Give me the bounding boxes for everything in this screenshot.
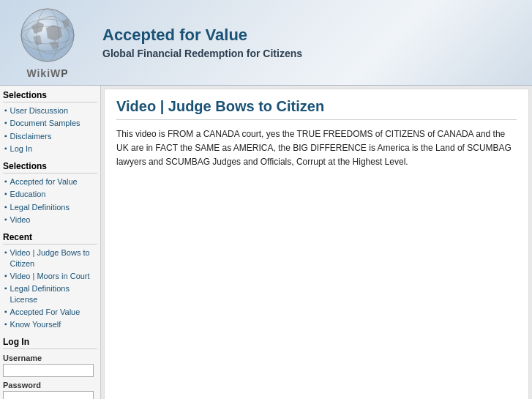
- recent-moors-link[interactable]: Video | Moors in Court: [10, 271, 90, 281]
- recent-legal-license-link[interactable]: Legal Definitions License: [10, 283, 97, 305]
- sidebar-video-link[interactable]: Video: [10, 215, 31, 225]
- wiki-logo-text: WikiW: [26, 67, 61, 79]
- globe-icon: [18, 6, 77, 64]
- recent-know-yourself-link[interactable]: Know Yourself: [10, 319, 61, 329]
- logo-container: WikiWP: [7, 6, 88, 79]
- list-item: Accepted For Value: [4, 307, 97, 317]
- password-input[interactable]: [3, 391, 94, 399]
- page-layout: Selections User Discussion Document Samp…: [0, 86, 532, 399]
- list-item: Video: [4, 215, 97, 225]
- recent-accepted-link[interactable]: Accepted For Value: [10, 307, 80, 317]
- sidebar-disclaimers-link[interactable]: Disclaimers: [10, 131, 52, 141]
- site-header: WikiWP Accepted for Value Global Financi…: [0, 0, 532, 86]
- sidebar-user-discussion-link[interactable]: User Discussion: [10, 105, 68, 116]
- password-label: Password: [3, 381, 97, 389]
- list-item: Legal Definitions License: [4, 283, 97, 305]
- login-section-title: Log In: [3, 337, 97, 349]
- list-item: Video | Judge Bows to Citizen: [4, 247, 97, 269]
- list-item: User Discussion: [4, 105, 97, 116]
- login-section: Log In Username Password Remember Me: [3, 337, 97, 399]
- wiki-logo-suffix: P: [61, 67, 68, 79]
- page-title: Video | Judge Bows to Citizen: [116, 98, 517, 120]
- recent-judge-bows-link[interactable]: Video | Judge Bows to Citizen: [10, 247, 97, 269]
- wiki-wordmark: WikiWP: [26, 67, 68, 79]
- sidebar-document-samples-link[interactable]: Document Samples: [10, 118, 80, 128]
- sidebar-accepted-link[interactable]: Accepted for Value: [10, 176, 78, 187]
- sidebar-section-2-list: Accepted for Value Education Legal Defin…: [3, 176, 97, 225]
- main-content: Video | Judge Bows to Citizen This video…: [104, 89, 529, 399]
- sidebar-section-selections-2: Selections Accepted for Value Education …: [3, 161, 97, 225]
- sidebar-legal-definitions-link[interactable]: Legal Definitions: [10, 202, 70, 212]
- list-item: Accepted for Value: [4, 176, 97, 187]
- sidebar-section-selections-1: Selections User Discussion Document Samp…: [3, 90, 97, 154]
- list-item: Document Samples: [4, 118, 97, 128]
- list-item: Video | Moors in Court: [4, 271, 97, 281]
- sidebar-section-2-title: Selections: [3, 161, 97, 174]
- site-name: Accepted for Value: [102, 26, 302, 45]
- sidebar-section-1-list: User Discussion Document Samples Disclai…: [3, 105, 97, 154]
- sidebar-recent-title: Recent: [3, 232, 97, 245]
- list-item: Know Yourself: [4, 319, 97, 329]
- list-item: Disclaimers: [4, 131, 97, 141]
- site-title-block: Accepted for Value Global Financial Rede…: [102, 26, 302, 59]
- sidebar-education-link[interactable]: Education: [10, 189, 46, 199]
- sidebar: Selections User Discussion Document Samp…: [0, 86, 101, 399]
- username-label: Username: [3, 354, 97, 362]
- list-item: Log In: [4, 143, 97, 154]
- username-input[interactable]: [3, 364, 94, 377]
- list-item: Legal Definitions: [4, 202, 97, 212]
- sidebar-section-recent: Recent Video | Judge Bows to Citizen Vid…: [3, 232, 97, 329]
- sidebar-recent-list: Video | Judge Bows to Citizen Video | Mo…: [3, 247, 97, 329]
- list-item: Education: [4, 189, 97, 199]
- page-body: This video is FROM a CANADA court, yes t…: [116, 127, 517, 170]
- sidebar-section-1-title: Selections: [3, 90, 97, 102]
- site-subtitle: Global Financial Redemption for Citizens: [102, 48, 302, 59]
- sidebar-login-link[interactable]: Log In: [10, 143, 33, 154]
